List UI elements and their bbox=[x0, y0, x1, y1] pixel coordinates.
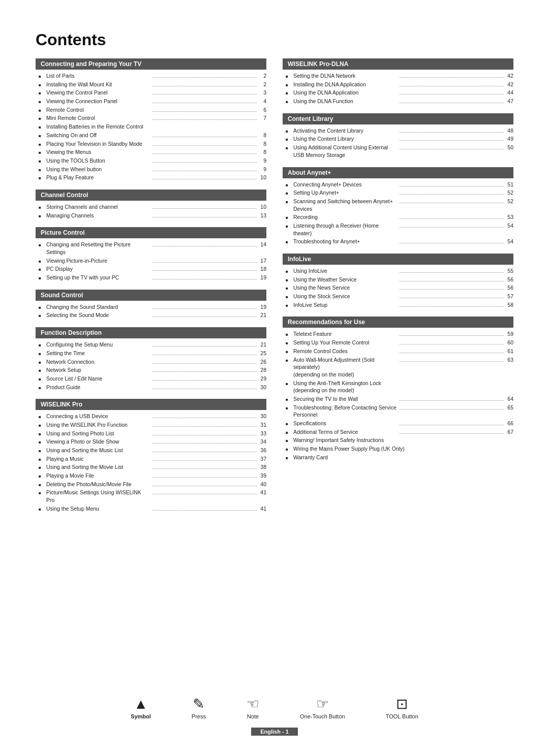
bullet-icon: ■ bbox=[39, 376, 45, 382]
item-label: Remote Control Codes bbox=[293, 348, 398, 355]
list-item: ■Mini Remote Control7 bbox=[39, 114, 266, 122]
section-header: Picture Control bbox=[36, 227, 266, 238]
dot-leader bbox=[152, 111, 257, 112]
bullet-icon: ■ bbox=[39, 414, 45, 420]
page-number: 64 bbox=[505, 395, 513, 403]
list-item: ■Using and Sorting the Music List36 bbox=[39, 447, 266, 454]
list-item: ■Using the DLNA Function47 bbox=[286, 98, 513, 105]
dot-leader bbox=[400, 409, 504, 410]
list-item: ■Viewing the Menus8 bbox=[39, 148, 266, 156]
page-number: 55 bbox=[505, 267, 513, 275]
page-title: Contents bbox=[36, 30, 513, 49]
bullet-icon: ■ bbox=[286, 286, 292, 291]
section-header: Recommendations for Use bbox=[283, 317, 513, 328]
bullet-icon: ■ bbox=[286, 145, 292, 151]
bullet-icon: ■ bbox=[286, 239, 292, 245]
page-number: 42 bbox=[505, 72, 513, 80]
page-number: 30 bbox=[258, 384, 266, 391]
footer-icon-item: ▲Symbol bbox=[131, 697, 151, 719]
list-item: ■InfoLive Setup58 bbox=[286, 301, 513, 309]
footer-icon-label: One-Touch Button bbox=[300, 713, 345, 719]
bullet-icon: ■ bbox=[286, 303, 292, 308]
page-number: 30 bbox=[258, 413, 266, 420]
item-label: Wiring the Mains Power Supply Plug (UK O… bbox=[293, 445, 513, 453]
item-label: Installing Batteries in the Remote Contr… bbox=[46, 123, 266, 131]
item-label: Using the DLNA Function bbox=[293, 98, 398, 105]
dot-leader bbox=[152, 477, 257, 478]
section: Picture Control■Changing and Resetting t… bbox=[36, 227, 266, 282]
bullet-icon: ■ bbox=[286, 129, 292, 134]
item-label: Product Guide bbox=[46, 384, 151, 391]
page-number: 13 bbox=[258, 212, 266, 219]
section-items: ■Changing and Resetting the Picture Sett… bbox=[36, 241, 266, 281]
item-label: Setting Up Anynet+ bbox=[293, 189, 398, 197]
dot-leader bbox=[152, 262, 257, 263]
list-item: ■Playing a Music37 bbox=[39, 455, 266, 463]
bullet-icon: ■ bbox=[39, 360, 45, 365]
dot-leader bbox=[400, 361, 504, 362]
item-label: InfoLive Setup bbox=[293, 301, 398, 309]
item-label: Deleting the Photo/Music/Movie File bbox=[46, 481, 151, 488]
list-item: ■Remote Control Codes61 bbox=[286, 348, 513, 355]
bullet-icon: ■ bbox=[39, 351, 45, 357]
dot-leader bbox=[152, 443, 257, 444]
item-label: Using and Sorting the Movie List bbox=[46, 463, 151, 471]
page-number: 7 bbox=[258, 114, 266, 122]
bullet-icon: ■ bbox=[286, 358, 292, 363]
bullet-icon: ■ bbox=[39, 259, 45, 264]
page-number: 61 bbox=[505, 348, 513, 355]
bullet-icon: ■ bbox=[39, 474, 45, 479]
item-label: Scanning and Switching between Anynet+ D… bbox=[293, 198, 398, 212]
section-items: ■Changing the Sound Standard19■Selecting… bbox=[36, 303, 266, 319]
footer-icon: ⊡ bbox=[396, 697, 408, 711]
page-number: 60 bbox=[505, 339, 513, 346]
item-label: Network Setup bbox=[46, 366, 151, 374]
dot-leader bbox=[152, 179, 257, 179]
section-items: ■Connecting a USB Device30■Using the WIS… bbox=[36, 413, 266, 512]
bullet-icon: ■ bbox=[286, 99, 292, 105]
list-item: ■Listening through a Receiver (Home thea… bbox=[286, 222, 513, 237]
dot-leader bbox=[400, 132, 504, 133]
bullet-icon: ■ bbox=[286, 269, 292, 274]
bullet-icon: ■ bbox=[286, 277, 292, 283]
dot-leader bbox=[400, 86, 504, 86]
dot-leader bbox=[400, 140, 504, 141]
list-item: ■Picture/Music Settings Using WISELINK P… bbox=[39, 489, 266, 503]
dot-leader bbox=[400, 186, 504, 186]
page-number: 6 bbox=[258, 106, 266, 114]
bullet-icon: ■ bbox=[39, 465, 45, 470]
footer-icon: ✎ bbox=[193, 697, 204, 711]
item-label: Mini Remote Control bbox=[46, 114, 151, 122]
bullet-icon: ■ bbox=[39, 242, 45, 248]
page-number: 56 bbox=[505, 276, 513, 284]
list-item: ■Troubleshooting: Before Contacting Serv… bbox=[286, 404, 513, 419]
item-label: Connecting a USB Device bbox=[46, 413, 151, 420]
bullet-icon: ■ bbox=[286, 455, 292, 461]
dot-leader bbox=[400, 218, 504, 219]
section-header: Sound Control bbox=[36, 290, 266, 301]
list-item: ■Viewing the Connection Panel4 bbox=[39, 98, 266, 105]
list-item: ■Setting Up Your Remote Control60 bbox=[286, 339, 513, 346]
page-number: 54 bbox=[505, 238, 513, 245]
page-number: 2 bbox=[258, 81, 266, 88]
bullet-icon: ■ bbox=[286, 397, 292, 402]
dot-leader bbox=[152, 77, 257, 78]
page-number: 40 bbox=[258, 481, 266, 488]
list-item: ■Using InfoLive55 bbox=[286, 267, 513, 275]
item-label: Viewing Picture-in-Picture bbox=[46, 257, 151, 265]
footer-icon-item: ⊡TOOL Button bbox=[386, 697, 418, 719]
right-column: WISELINK Pro-DLNA■Setting the DLNA Netwo… bbox=[283, 58, 513, 677]
item-label: Connecting Anynet+ Devices bbox=[293, 181, 398, 188]
item-label: Storing Channels and channel bbox=[46, 203, 151, 211]
dot-leader bbox=[152, 346, 257, 346]
bullet-icon: ■ bbox=[286, 421, 292, 427]
list-item: ■Changing the Sound Standard19 bbox=[39, 303, 266, 311]
bullet-icon: ■ bbox=[39, 457, 45, 462]
section-items: ■Storing Channels and channel10■Managing… bbox=[36, 203, 266, 219]
section: Sound Control■Changing the Sound Standar… bbox=[36, 290, 266, 320]
dot-leader bbox=[152, 510, 257, 511]
page-number: 37 bbox=[258, 455, 266, 463]
item-label: Source List / Edit Name bbox=[46, 375, 151, 383]
page-number: 2 bbox=[258, 72, 266, 80]
footer-language: English - 1 bbox=[251, 728, 298, 736]
